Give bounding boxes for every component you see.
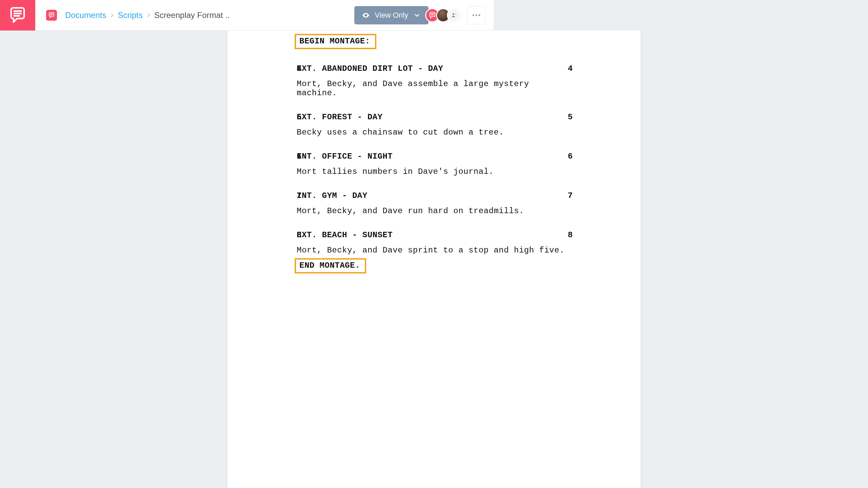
scene-action: Mort, Becky, and Dave run hard on treadm…	[297, 206, 494, 216]
brand-logo[interactable]	[0, 0, 35, 30]
svg-point-10	[473, 14, 474, 16]
breadcrumb-documents[interactable]: Documents	[63, 11, 108, 20]
scene-number-left: 7	[297, 191, 301, 200]
scene-action: Mort tallies numbers in Dave's journal.	[297, 167, 494, 176]
view-mode-label: View Only	[375, 11, 408, 20]
collaborators	[429, 6, 494, 24]
svg-point-11	[476, 14, 477, 16]
more-horizontal-icon	[472, 14, 481, 17]
scene-heading: EXT. BEACH - SUNSET	[297, 230, 494, 240]
view-mode-button[interactable]: View Only	[354, 6, 429, 24]
end-montage: END MONTAGE.	[253, 258, 494, 273]
scene-action: Mort, Becky, and Dave sprint to a stop a…	[297, 246, 494, 255]
breadcrumb-scripts[interactable]: Scripts	[116, 11, 144, 20]
scene-action: Becky uses a chainsaw to cut down a tree…	[297, 128, 494, 137]
scene-row: 6 6 INT. OFFICE - NIGHT Mort tallies num…	[253, 152, 494, 176]
svg-point-5	[365, 15, 367, 16]
scene-number-left: 5	[297, 113, 301, 122]
scene-heading: INT. GYM - DAY	[297, 191, 494, 200]
topbar: Documents Scripts Screenplay Format .. V…	[0, 0, 494, 30]
script-page: BEGIN MONTAGE: 4 4 EXT. ABANDONED DIRT L…	[228, 30, 494, 277]
svg-point-8	[453, 13, 454, 15]
scene-heading: EXT. ABANDONED DIRT LOT - DAY	[297, 64, 494, 73]
scene-row: 4 4 EXT. ABANDONED DIRT LOT - DAY Mort, …	[253, 64, 494, 98]
scene-row: 7 7 INT. GYM - DAY Mort, Becky, and Dave…	[253, 191, 494, 216]
breadcrumb-current: Screenplay Format ..	[152, 11, 232, 20]
user-plus-icon	[451, 12, 457, 19]
chevron-down-icon	[413, 11, 421, 19]
scene-number-left: 4	[297, 64, 301, 73]
svg-point-12	[479, 14, 480, 16]
scene-heading: INT. OFFICE - NIGHT	[297, 152, 494, 161]
begin-montage: BEGIN MONTAGE:	[253, 34, 494, 49]
scene-heading: EXT. FOREST - DAY	[297, 113, 494, 122]
svg-point-9	[455, 13, 456, 14]
eye-icon	[362, 11, 370, 19]
avatar-stack	[429, 8, 461, 22]
scene-action: Mort, Becky, and Dave assemble a large m…	[297, 79, 494, 98]
more-menu-button[interactable]	[467, 6, 486, 24]
scene-row: 5 5 EXT. FOREST - DAY Becky uses a chain…	[253, 113, 494, 137]
scene-number-left: 6	[297, 152, 301, 161]
begin-montage-label: BEGIN MONTAGE:	[295, 34, 376, 49]
scene-row: 8 8 EXT. BEACH - SUNSET Mort, Becky, and…	[253, 230, 494, 255]
add-collaborator-button[interactable]	[447, 8, 461, 22]
scene-number-left: 8	[297, 230, 301, 240]
chevron-right-icon	[145, 12, 152, 18]
breadcrumb: Documents Scripts Screenplay Format ..	[63, 11, 350, 20]
app-icon[interactable]	[46, 10, 57, 21]
chevron-right-icon	[109, 12, 115, 18]
chat-bubble-icon	[8, 6, 27, 25]
document-stage: BEGIN MONTAGE: 4 4 EXT. ABANDONED DIRT L…	[0, 30, 494, 277]
end-montage-label: END MONTAGE.	[295, 258, 366, 273]
chat-bubble-icon	[48, 12, 55, 19]
chat-bubble-icon	[429, 12, 436, 19]
